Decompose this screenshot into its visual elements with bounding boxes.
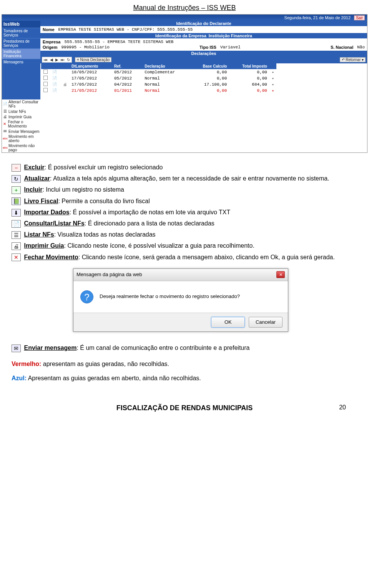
list-icon: ☰ xyxy=(12,231,21,239)
sidebar-item[interactable]: Mensagens xyxy=(2,59,40,65)
vermelho-label: Vermelho: xyxy=(12,361,41,367)
row-action-icon[interactable]: ✦ xyxy=(269,69,276,75)
import-icon: ⬇ xyxy=(12,209,21,217)
list-icon: ☰ xyxy=(3,109,7,114)
nome-value: EMPRESA TESTE SISTEMAS WEB - CNPJ/CPF: 5… xyxy=(58,27,193,32)
row-checkbox[interactable] xyxy=(43,70,48,74)
sidebar-bottom: 📄Alterar/ Consultar NFs ☰Listar NFs 🖨Imp… xyxy=(2,99,40,152)
col-decl: Declaração xyxy=(142,63,190,69)
row-checkbox[interactable] xyxy=(43,88,48,92)
declarations-table: DtLançamento Ref. Declaração Base Calcul… xyxy=(41,63,276,94)
row-checkbox[interactable] xyxy=(43,82,48,86)
next-icon[interactable]: ▶ xyxy=(55,58,58,62)
col-dtlanc: DtLançamento xyxy=(69,63,112,69)
table-header-row: DtLançamento Ref. Declaração Base Calcul… xyxy=(41,63,276,69)
document-body: − Excluir: É possível excluir um registr… xyxy=(0,153,369,393)
refresh-icon: ↻ xyxy=(12,175,21,183)
sb-alterar-consultar[interactable]: 📄Alterar/ Consultar NFs xyxy=(2,99,40,109)
print-icon: 🖨 xyxy=(3,114,7,119)
row-checkbox[interactable] xyxy=(43,76,48,80)
row-doc-icon[interactable]: 📄 xyxy=(50,88,61,94)
exit-button[interactable]: Sair xyxy=(354,15,365,20)
col-total: Total Imposto xyxy=(229,63,269,69)
new-declaration-button[interactable]: + Nova Declaração xyxy=(75,57,111,62)
sidebar: IssWeb Tomadores de Serviços Prestadores… xyxy=(2,21,40,152)
table-row[interactable]: 📄 21/05/201201/2011Normal 0,000,00 ✦ xyxy=(41,88,276,94)
sidebar-item[interactable]: Prestadores de Serviços xyxy=(2,38,40,48)
row-print-icon[interactable]: 🖨 xyxy=(61,81,69,88)
origem-value: 999995 - Mobiliario xyxy=(62,45,110,50)
tipoiss-label: Tipo ISS xyxy=(199,45,216,50)
dialog-titlebar: Mensagem da página da web ✕ xyxy=(73,269,288,281)
book-icon: 📗 xyxy=(12,197,21,205)
dialog-close-button[interactable]: ✕ xyxy=(276,271,285,278)
page-number: 20 xyxy=(339,404,346,411)
print-icon: 🖨 xyxy=(12,242,21,250)
return-button[interactable]: ↶ Retornar ▾ xyxy=(340,57,366,62)
sb-mov-aberto[interactable]: abcMovimento em aberto xyxy=(2,134,40,143)
nome-label: Nome xyxy=(43,27,55,32)
prev-icon[interactable]: ◀ xyxy=(50,58,53,62)
section-ident-declarante: Identificação do Declarante xyxy=(40,21,367,26)
table-row[interactable]: 📄 17/05/201205/2012Normal 0,000,00 ✦ xyxy=(41,75,276,81)
row-doc-icon[interactable]: 📄 xyxy=(50,81,61,88)
nav-buttons: ⏮ ◀ ▶ ⏭ ↻ xyxy=(42,57,72,63)
return-icon: ↶ xyxy=(342,58,345,62)
snac-value: Não xyxy=(357,45,365,50)
mail-icon: ✉ xyxy=(3,129,7,134)
abc-icon: abc xyxy=(3,136,7,141)
snac-label: S. Nacional xyxy=(331,45,353,50)
main-panel: Identificação do Declarante Nome EMPRESA… xyxy=(40,21,367,152)
row-doc-icon[interactable]: 📄 xyxy=(50,69,61,75)
sidebar-item[interactable]: Instituição Financeira xyxy=(2,48,40,59)
last-icon[interactable]: ⏭ xyxy=(61,58,65,62)
refresh-icon[interactable]: ↻ xyxy=(67,58,70,62)
tipoiss-value: Variavel xyxy=(220,45,241,50)
col-base: Base Calculo xyxy=(190,63,229,69)
section-ident-empresa: Identificação da Empresa Instituição Fin… xyxy=(40,33,367,38)
col-ref: Ref. xyxy=(112,63,142,69)
azul-label: Azul: xyxy=(12,375,27,381)
row-action-icon[interactable]: ✦ xyxy=(269,88,276,94)
confirm-dialog: Mensagem da página da web ✕ ? Deseja rea… xyxy=(73,268,288,332)
dropdown-icon: ▾ xyxy=(362,58,364,62)
doc-icon: 📄 xyxy=(3,102,7,106)
sidebar-item[interactable]: Tomadores de Serviços xyxy=(2,28,40,38)
document-header: Manual de Instruções – ISS WEB xyxy=(0,4,369,12)
close-icon: ✕ xyxy=(3,122,7,126)
sidebar-brand: IssWeb xyxy=(2,21,40,28)
dialog-cancel-button[interactable]: Cancelar xyxy=(249,317,283,328)
topbar-date: Segunda-feira, 21 de Maio de 2012 xyxy=(284,15,351,20)
mail-icon: ✉ xyxy=(12,345,21,352)
row-action-icon[interactable]: ✦ xyxy=(269,81,276,88)
row-action-icon[interactable]: ✦ xyxy=(269,75,276,81)
doc-icon: 📄 xyxy=(12,220,21,228)
abc-icon: abc xyxy=(3,146,7,150)
dialog-ok-button[interactable]: OK xyxy=(211,317,245,328)
document-footer: FISCALIZAÇÃO DE RENDAS MUNICIPAIS 20 xyxy=(0,404,369,412)
section-declaracoes: Declarações xyxy=(40,51,367,56)
first-icon[interactable]: ⏮ xyxy=(44,58,48,62)
empresa-value: 555.555.555-55 - EMPRESA TESTE SISTEMAS … xyxy=(64,40,173,44)
table-row[interactable]: 📄 🖨 17/05/201204/2012Normal 17.100,00684… xyxy=(41,81,276,88)
plus-icon: + xyxy=(12,186,21,194)
table-row[interactable]: 📄 18/05/201205/2012Complementar 0,000,00… xyxy=(41,69,276,75)
sb-listar[interactable]: ☰Listar NFs xyxy=(2,109,40,114)
empresa-label: Empresa xyxy=(43,40,60,44)
sb-fechar[interactable]: ✕Fechar o Movimento xyxy=(2,119,40,129)
dialog-message: Deseja realmente fechar o movimento do r… xyxy=(100,293,240,300)
app-frame: Segunda-feira, 21 de Maio de 2012 Sair I… xyxy=(2,14,367,153)
question-icon: ? xyxy=(80,290,93,303)
row-doc-icon[interactable]: 📄 xyxy=(50,75,61,81)
close-x-icon: ✕ xyxy=(12,253,21,261)
minus-icon: − xyxy=(12,164,21,172)
sb-enviar[interactable]: ✉Enviar Mensagem xyxy=(2,129,40,134)
origem-label: Origem xyxy=(43,45,58,50)
instituicao-pill[interactable]: Instituição Financeira xyxy=(209,33,252,38)
sb-imprimir[interactable]: 🖨Imprimir Guia xyxy=(2,114,40,119)
declaracoes-toolbar: ⏮ ◀ ▶ ⏭ ↻ + Nova Declaração ↶ Retornar ▾ xyxy=(40,56,367,63)
app-topbar: Segunda-feira, 21 de Maio de 2012 Sair xyxy=(2,15,367,21)
sb-mov-naopago[interactable]: abcMovimento não pago xyxy=(2,143,40,152)
dialog-title: Mensagem da página da web xyxy=(76,271,142,278)
